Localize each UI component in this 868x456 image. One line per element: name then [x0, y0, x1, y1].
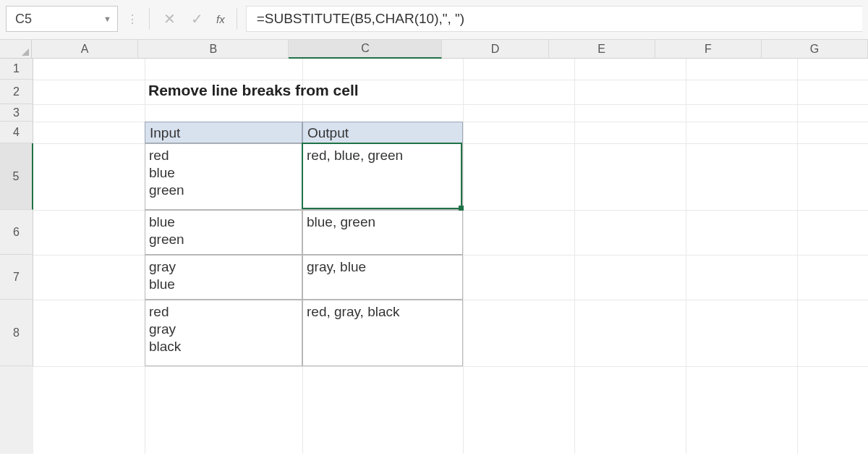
- separator: [149, 8, 150, 30]
- column-header-F[interactable]: F: [655, 40, 762, 59]
- chevron-down-icon[interactable]: ▼: [103, 14, 111, 23]
- row-header-7[interactable]: 7: [0, 255, 33, 300]
- column-header-B[interactable]: B: [138, 40, 289, 59]
- table-cell-output[interactable]: blue, green: [302, 210, 463, 255]
- row-header-3[interactable]: 3: [0, 104, 33, 122]
- name-box[interactable]: C5 ▼: [6, 6, 118, 32]
- row-header-6[interactable]: 6: [0, 210, 33, 255]
- table-header-output[interactable]: Output: [302, 122, 463, 143]
- enter-icon[interactable]: ✓: [189, 10, 205, 28]
- formula-text: =SUBSTITUTE(B5,CHAR(10),", "): [257, 11, 464, 27]
- column-header-A[interactable]: A: [32, 40, 138, 59]
- gridline-horizontal: [33, 104, 868, 105]
- gridline-vertical: [574, 59, 575, 454]
- gridline-vertical: [463, 59, 464, 454]
- gridline-horizontal: [33, 366, 868, 367]
- row-header-4[interactable]: 4: [0, 122, 33, 143]
- row-header-5[interactable]: 5: [0, 143, 33, 210]
- table-cell-input[interactable]: red gray black: [145, 300, 302, 366]
- table-cell-output[interactable]: red, blue, green: [302, 143, 463, 210]
- separator: [237, 8, 237, 30]
- column-header-C[interactable]: C: [289, 40, 442, 59]
- formula-input[interactable]: =SUBSTITUTE(B5,CHAR(10),", "): [246, 6, 862, 32]
- fx-icon[interactable]: fx: [216, 13, 225, 25]
- drag-handle-icon[interactable]: ⋮: [127, 12, 137, 26]
- worksheet: ABCDEFG 12345678 Remove line breaks from…: [0, 40, 868, 454]
- table-cell-input[interactable]: blue green: [145, 210, 302, 255]
- column-header-G[interactable]: G: [762, 40, 868, 59]
- row-header-2[interactable]: 2: [0, 80, 33, 104]
- cancel-icon[interactable]: ✕: [161, 10, 177, 28]
- name-box-value: C5: [15, 12, 32, 27]
- formula-bar: C5 ▼ ⋮ ✕ ✓ fx =SUBSTITUTE(B5,CHAR(10),",…: [0, 0, 868, 40]
- column-header-E[interactable]: E: [549, 40, 655, 59]
- table-cell-output[interactable]: red, gray, black: [302, 300, 463, 366]
- gridline-vertical: [797, 59, 798, 454]
- formula-bar-controls: ⋮ ✕ ✓ fx: [127, 6, 237, 32]
- table-header-input[interactable]: Input: [145, 122, 302, 143]
- select-all-corner[interactable]: [0, 40, 32, 59]
- cell-grid[interactable]: Remove line breaks from cellInputOutputr…: [33, 59, 868, 454]
- table-cell-output[interactable]: gray, blue: [302, 255, 463, 300]
- row-header-8[interactable]: 8: [0, 300, 33, 366]
- cell-title[interactable]: Remove line breaks from cell: [145, 80, 574, 104]
- column-header-D[interactable]: D: [442, 40, 548, 59]
- table-cell-input[interactable]: gray blue: [145, 255, 302, 300]
- row-header-1[interactable]: 1: [0, 59, 33, 80]
- column-header-row: ABCDEFG: [0, 40, 868, 59]
- table-cell-input[interactable]: red blue green: [145, 143, 302, 210]
- row-header-column: 12345678: [0, 59, 33, 454]
- gridline-vertical: [686, 59, 686, 454]
